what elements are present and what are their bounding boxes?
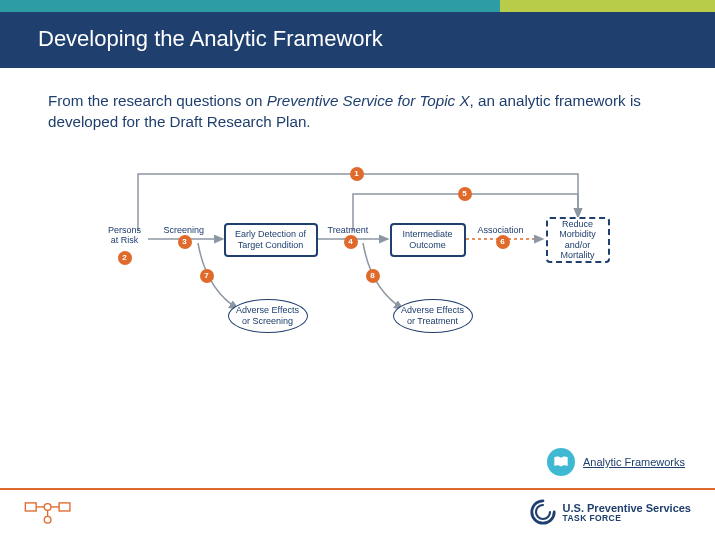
body-prefix: From the research questions on <box>48 92 267 109</box>
kq-circle-4: 4 <box>344 235 358 249</box>
flowchart-icon <box>24 497 78 529</box>
top-accent-bar <box>0 0 715 12</box>
node-persons-at-risk: Persons at Risk <box>100 225 150 246</box>
footer-bar: U.S. Preventive Services TASK FORCE <box>0 488 715 536</box>
node-intermediate-outcome: Intermediate Outcome <box>390 223 466 257</box>
brand-line-2: TASK FORCE <box>563 514 691 523</box>
brand-block: U.S. Preventive Services TASK FORCE <box>529 498 691 528</box>
svg-point-9 <box>44 516 51 523</box>
kq-circle-8: 8 <box>366 269 380 283</box>
svg-point-5 <box>44 504 51 511</box>
label-association: Association <box>478 225 524 235</box>
slide-title: Developing the Analytic Framework <box>0 12 715 68</box>
resource-link-row: Analytic Frameworks <box>547 448 685 476</box>
kq-circle-2: 2 <box>118 251 132 265</box>
kq-circle-3: 3 <box>178 235 192 249</box>
kq-circle-5: 5 <box>458 187 472 201</box>
kq-circle-6: 6 <box>496 235 510 249</box>
svg-rect-3 <box>25 503 36 511</box>
body-emphasis: Preventive Service for Topic X <box>267 92 470 109</box>
slide-body-text: From the research questions on Preventiv… <box>0 68 715 133</box>
kq-circle-7: 7 <box>200 269 214 283</box>
analytic-framework-diagram: Persons at Risk 2 Screening 3 Early Dete… <box>88 139 628 349</box>
node-adverse-treatment: Adverse Effects or Treatment <box>393 299 473 333</box>
uspstf-logo-icon <box>529 498 557 528</box>
svg-rect-7 <box>59 503 70 511</box>
book-icon <box>547 448 575 476</box>
node-reduce-morbidity: Reduce Morbidity and/or Mortality <box>546 217 610 263</box>
label-treatment: Treatment <box>328 225 369 235</box>
node-adverse-screening: Adverse Effects or Screening <box>228 299 308 333</box>
node-early-detection: Early Detection of Target Condition <box>224 223 318 257</box>
label-screening: Screening <box>164 225 205 235</box>
kq-circle-1: 1 <box>350 167 364 181</box>
analytic-frameworks-link[interactable]: Analytic Frameworks <box>583 456 685 468</box>
